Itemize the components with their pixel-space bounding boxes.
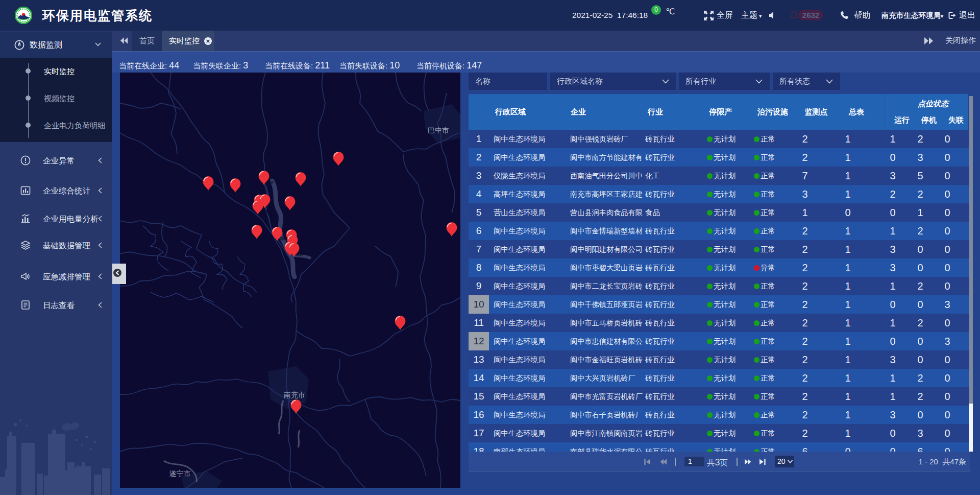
svg-text:南充市: 南充市 xyxy=(284,391,305,399)
svg-text:巴中市: 巴中市 xyxy=(428,126,449,134)
svg-text:遂宁市: 遂宁市 xyxy=(169,469,191,478)
